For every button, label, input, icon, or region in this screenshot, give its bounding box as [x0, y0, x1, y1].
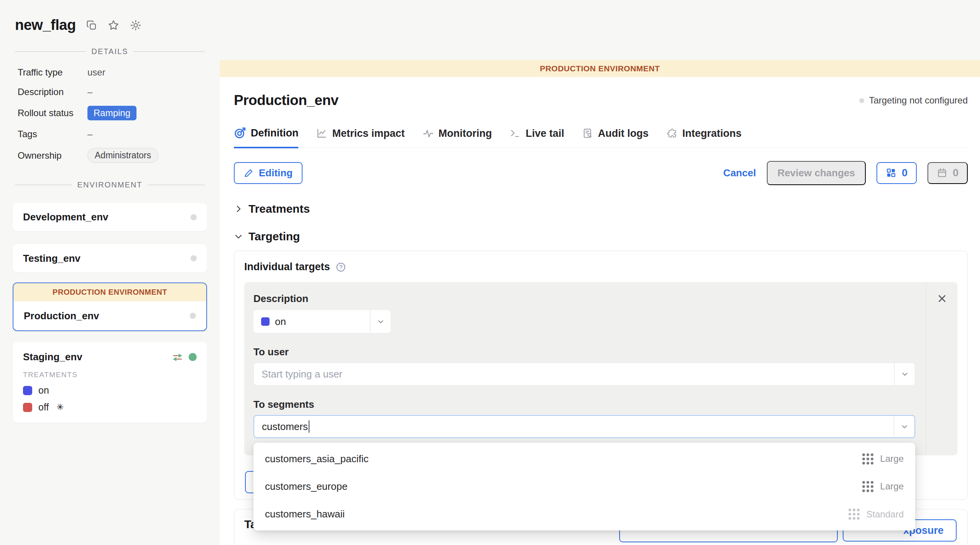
detail-row-description: Description – — [18, 86, 205, 98]
treatments-section-toggle[interactable]: Treatments — [234, 202, 968, 215]
grid-icon — [886, 167, 896, 178]
user-input[interactable] — [254, 363, 894, 385]
cancel-link[interactable]: Cancel — [723, 167, 756, 179]
environment-heading: ENVIRONMENT — [77, 181, 143, 189]
help-icon[interactable]: ? — [335, 262, 346, 272]
chevron-down-icon[interactable] — [370, 310, 391, 333]
tab-definition[interactable]: Definition — [234, 127, 298, 148]
to-segments-field: customers customers_asia_pacific — [253, 415, 915, 438]
segment-grid-icon — [862, 481, 873, 492]
treatment-on-row: on — [23, 385, 197, 396]
segments-query-text: customers — [262, 421, 308, 433]
treatment-off-swatch — [23, 403, 32, 412]
treatment-on-swatch — [261, 317, 270, 326]
segment-option-hawaii[interactable]: customers_hawaii Standard — [253, 501, 915, 528]
to-user-label: To user — [253, 346, 915, 358]
env-status-dot — [191, 255, 197, 261]
details-heading: DETAILS — [92, 47, 128, 56]
environment-section-head: ENVIRONMENT — [15, 181, 205, 189]
rollout-status-badge[interactable]: Ramping — [87, 106, 136, 120]
pulse-icon — [423, 128, 434, 139]
environment-list: Development_env Testing_env PRODUCTION E… — [13, 203, 207, 423]
tab-bar: Definition Metrics impact Monitoring — [234, 127, 968, 148]
metrics-chart-icon — [316, 128, 327, 139]
status-dot — [859, 98, 864, 103]
changes-counter-button[interactable]: 0 — [876, 162, 917, 184]
detail-row-rollout-status: Rollout status Ramping — [18, 106, 205, 120]
definition-target-icon — [234, 127, 246, 139]
ownership-pill[interactable]: Administrators — [87, 148, 158, 163]
gear-icon[interactable] — [130, 19, 142, 31]
scheduled-counter-button[interactable]: 0 — [927, 162, 968, 184]
individual-targets-title: Individual targets — [244, 261, 330, 273]
tab-monitoring[interactable]: Monitoring — [423, 127, 492, 148]
to-user-field — [253, 363, 915, 386]
flag-header: new_flag — [0, 0, 220, 33]
close-icon[interactable] — [936, 293, 948, 305]
segment-option-asia-pacific[interactable]: customers_asia_pacific Large — [253, 445, 915, 473]
treatment-on-swatch — [23, 386, 32, 395]
svg-text:?: ? — [339, 264, 342, 270]
treatments-label: TREATMENTS — [23, 371, 197, 379]
page-title: Production_env — [234, 92, 339, 108]
default-treatment-icon: ✳ — [56, 402, 64, 412]
traffic-swap-icon — [172, 352, 183, 362]
env-card-production[interactable]: PRODUCTION ENVIRONMENT Production_env — [13, 282, 207, 331]
target-rule-box: Description on To user — [244, 282, 957, 455]
segments-dropdown: customers_asia_pacific Large customers_e… — [253, 443, 915, 530]
details-section-head: DETAILS — [15, 47, 205, 56]
env-card-development[interactable]: Development_env — [13, 203, 207, 231]
to-segments-label: To segments — [253, 399, 915, 410]
segments-input[interactable]: customers — [253, 415, 915, 438]
review-changes-button[interactable]: Review changes — [767, 161, 866, 185]
segment-grid-icon — [862, 453, 873, 465]
app-screen: new_flag DETAILS Traffic type user Descr… — [0, 0, 980, 545]
individual-targets-card: Individual targets ? Description on — [234, 251, 968, 500]
calendar-icon — [937, 167, 947, 178]
target-rule-side — [926, 282, 957, 455]
treatment-select[interactable]: on — [253, 310, 391, 333]
details-rows: Traffic type user Description – Rollout … — [18, 67, 205, 163]
tab-integrations[interactable]: Integrations — [666, 127, 742, 148]
segment-grid-icon-light — [848, 509, 860, 520]
detail-row-tags: Tags – — [18, 128, 205, 140]
production-env-banner: PRODUCTION ENVIRONMENT — [13, 283, 206, 301]
treatment-off-row: off ✳ — [23, 402, 197, 413]
text-caret — [309, 420, 309, 433]
sidebar: new_flag DETAILS Traffic type user Descr… — [0, 0, 220, 545]
env-active-dot — [189, 353, 197, 361]
main-panel: PRODUCTION ENVIRONMENT Production_env Ta… — [220, 60, 980, 545]
chevron-down-icon[interactable] — [894, 416, 914, 437]
env-status-dot — [191, 214, 197, 220]
targeting-status: Targeting not configured — [859, 95, 968, 106]
flag-name: new_flag — [15, 17, 76, 33]
description-label: Description — [253, 293, 915, 305]
targeting-section-toggle[interactable]: Targeting — [234, 230, 968, 243]
chevron-down-icon — [234, 232, 243, 241]
copy-icon[interactable] — [86, 20, 97, 31]
chevron-down-icon[interactable] — [894, 363, 915, 385]
detail-row-ownership: Ownership Administrators — [18, 148, 205, 163]
detail-row-traffic-type: Traffic type user — [18, 67, 205, 78]
pencil-icon — [244, 168, 254, 178]
production-environment-banner: PRODUCTION ENVIRONMENT — [220, 60, 980, 77]
audit-log-icon — [582, 128, 594, 139]
tab-audit-logs[interactable]: Audit logs — [582, 127, 649, 148]
chevron-right-icon — [234, 204, 243, 213]
env-card-testing[interactable]: Testing_env — [13, 244, 207, 272]
env-status-dot — [190, 313, 196, 319]
tab-metrics-impact[interactable]: Metrics impact — [316, 127, 404, 148]
star-icon[interactable] — [107, 19, 120, 31]
tab-live-tail[interactable]: Live tail — [510, 127, 564, 148]
puzzle-icon — [666, 128, 678, 139]
terminal-icon — [510, 128, 521, 139]
segment-option-europe[interactable]: customers_europe Large — [253, 473, 915, 500]
env-card-staging[interactable]: Staging_env TREATMENTS — [13, 342, 207, 423]
editing-button[interactable]: Editing — [234, 162, 303, 184]
